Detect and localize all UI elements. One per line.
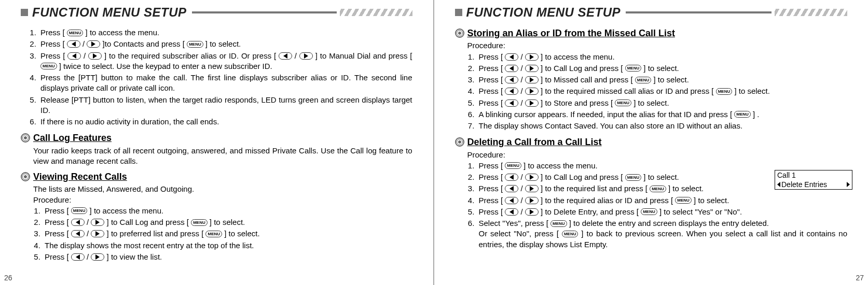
triangle-left-icon — [777, 182, 780, 187]
right-arrow-key-icon — [525, 185, 539, 192]
left-arrow-key-icon — [505, 185, 518, 192]
right-arrow-key-icon — [91, 219, 104, 226]
header-stripes-icon — [340, 9, 412, 16]
svg-marker-3 — [93, 53, 97, 59]
svg-marker-13 — [530, 54, 534, 60]
signal-icon — [21, 133, 30, 142]
right-arrow-key-icon — [91, 230, 104, 237]
svg-marker-2 — [72, 53, 76, 59]
list-item: Press [ MENU ] to access the menu. — [43, 205, 412, 217]
svg-marker-0 — [72, 41, 76, 47]
section-title: Call Log Features — [33, 132, 112, 144]
section-call-log: Call Log Features Your radio keeps track… — [21, 132, 412, 166]
menu-key-icon: MENU — [650, 186, 666, 192]
lcd-display: Call 1 Delete Entries — [775, 170, 852, 190]
list-item: If there is no audio activity in duratio… — [38, 116, 412, 127]
left-arrow-key-icon — [505, 197, 518, 204]
list-item: The display shows Contact Saved. You can… — [477, 120, 848, 132]
right-arrow-key-icon — [525, 174, 539, 181]
right-arrow-key-icon — [88, 52, 102, 60]
list-item: Press [ / ] to Call Log and press [ MENU… — [477, 63, 848, 74]
section-procedure-label: Procedure: — [467, 150, 848, 160]
list-item: Press [ / ]to Contacts and press [ MENU … — [38, 38, 412, 50]
right-arrow-key-icon — [525, 99, 539, 107]
list-item: Press [ / ] to preferred list and press … — [43, 228, 412, 239]
page-left: FUNCTION MENU SETUP Press [ MENU ] to ac… — [0, 0, 434, 285]
page-spread: FUNCTION MENU SETUP Press [ MENU ] to ac… — [0, 0, 868, 285]
menu-key-icon: MENU — [615, 99, 631, 106]
svg-marker-12 — [509, 54, 514, 60]
menu-key-icon: MENU — [675, 197, 692, 204]
list-item: Press [ MENU ] to access the menu. — [38, 27, 412, 38]
lcd-selected-text: Delete Entries — [781, 180, 827, 189]
list-item: Press [ / ] to the required subscriber a… — [38, 50, 412, 73]
lcd-line-2: Delete Entries — [775, 180, 852, 189]
svg-marker-23 — [530, 175, 534, 180]
left-arrow-key-icon — [505, 76, 518, 83]
header-stripes-icon — [775, 9, 847, 16]
svg-marker-15 — [530, 66, 534, 71]
menu-key-icon: MENU — [550, 220, 567, 227]
signal-icon — [21, 172, 30, 181]
list-item: Press the [PTT] button to make the call.… — [38, 72, 412, 94]
svg-marker-9 — [95, 231, 100, 236]
section-body: The lists are Missed, Answered, and Outg… — [33, 184, 412, 263]
signal-icon — [455, 137, 464, 147]
signal-icon — [455, 28, 464, 38]
menu-key-icon: MENU — [625, 65, 642, 72]
svg-marker-25 — [530, 186, 534, 191]
list-item: Release [PTT] button to listen, when the… — [38, 94, 412, 117]
svg-marker-5 — [304, 53, 308, 59]
header-bullet-icon — [455, 9, 462, 16]
menu-key-icon: MENU — [191, 219, 208, 226]
page-title: FUNCTION MENU SETUP — [466, 5, 621, 20]
menu-key-icon: MENU — [625, 174, 642, 181]
menu-key-icon: MENU — [562, 231, 578, 237]
list-item: Press [ / ] to Call Log and press [ MENU… — [43, 217, 412, 228]
section-procedure-label: Procedure: — [33, 195, 412, 205]
menu-key-icon: MENU — [635, 77, 652, 83]
left-arrow-key-icon — [71, 230, 85, 237]
left-arrow-key-icon — [505, 99, 518, 107]
menu-key-icon: MENU — [71, 207, 88, 214]
svg-marker-29 — [530, 209, 534, 215]
triangle-right-icon — [847, 182, 850, 187]
left-arrow-key-icon — [71, 253, 85, 261]
svg-marker-10 — [76, 254, 80, 260]
section-title: Storing an Alias or ID from the Missed C… — [467, 27, 675, 39]
svg-marker-1 — [91, 41, 95, 47]
left-arrow-key-icon — [279, 52, 292, 60]
right-arrow-key-icon — [525, 88, 539, 95]
right-sec1-list: Press [ / ] to access the menu.Press [ /… — [477, 51, 848, 132]
right-arrow-key-icon — [525, 208, 539, 216]
left-arrow-key-icon — [67, 40, 80, 48]
page-title: FUNCTION MENU SETUP — [32, 5, 187, 20]
svg-marker-24 — [509, 186, 514, 191]
svg-marker-26 — [509, 198, 514, 203]
section-intro-line: The lists are Missed, Answered, and Outg… — [33, 184, 412, 194]
right-arrow-key-icon — [525, 197, 539, 204]
svg-marker-22 — [509, 175, 514, 180]
svg-marker-27 — [530, 198, 534, 203]
menu-key-icon: MENU — [734, 111, 751, 118]
list-item: Press [ / ] to Delete Entry, and press [… — [477, 206, 848, 218]
section-procedure-label: Procedure: — [467, 40, 848, 51]
section-viewing-recent: Viewing Recent Calls The lists are Misse… — [21, 170, 412, 263]
section-body-text: Your radio keeps track of all recent out… — [33, 146, 412, 167]
left-arrow-key-icon — [505, 174, 518, 181]
left-arrow-key-icon — [505, 65, 518, 72]
left-arrow-key-icon — [67, 52, 81, 60]
page-number: 26 — [4, 274, 12, 282]
section-body: Procedure: Press [ / ] to access the men… — [467, 40, 848, 132]
svg-marker-20 — [509, 101, 514, 106]
list-item: Press [ / ] to the required alias or ID … — [477, 195, 848, 206]
svg-marker-6 — [76, 220, 80, 225]
header-band: FUNCTION MENU SETUP — [21, 5, 412, 20]
section-body: Procedure: Press [ MENU ] to access the … — [467, 150, 848, 250]
header-bullet-icon — [21, 9, 28, 16]
list-item: The display shows the most recent entry … — [43, 240, 412, 251]
list-item: Press [ / ] to access the menu. — [477, 51, 848, 63]
header-rule — [626, 11, 771, 13]
svg-marker-17 — [530, 77, 534, 82]
right-arrow-key-icon — [299, 52, 313, 60]
